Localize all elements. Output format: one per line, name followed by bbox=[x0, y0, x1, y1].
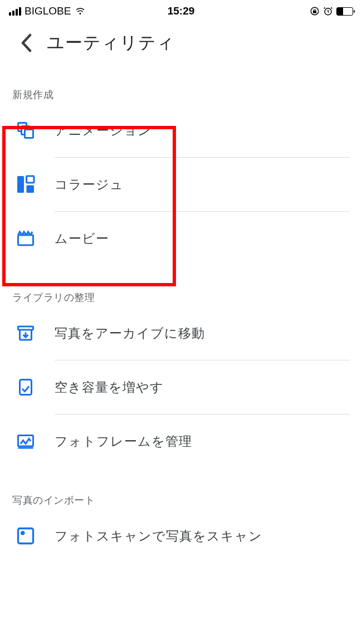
svg-rect-7 bbox=[27, 176, 35, 183]
svg-rect-10 bbox=[18, 326, 33, 330]
item-photoframe[interactable]: フォトフレームを管理 bbox=[0, 414, 362, 468]
item-label: フォトスキャンで写真をスキャン bbox=[55, 528, 262, 545]
section-label-organize: ライブラリの整理 bbox=[0, 265, 362, 306]
photoscan-icon bbox=[16, 526, 36, 546]
svg-rect-1 bbox=[314, 11, 316, 13]
item-archive[interactable]: 写真をアーカイブに移動 bbox=[0, 306, 362, 360]
wifi-icon bbox=[74, 6, 86, 16]
battery-icon bbox=[336, 7, 353, 16]
carrier-label: BIGLOBE bbox=[25, 5, 71, 17]
photoframe-icon bbox=[16, 431, 36, 451]
animation-icon bbox=[16, 120, 36, 140]
page-title: ユーティリティ bbox=[47, 31, 175, 55]
signal-icon bbox=[9, 7, 21, 16]
svg-rect-5 bbox=[25, 130, 33, 138]
item-label: ムービー bbox=[55, 230, 109, 247]
orientation-lock-icon bbox=[310, 6, 320, 16]
item-animation[interactable]: アニメーション bbox=[0, 104, 362, 157]
svg-rect-8 bbox=[27, 186, 35, 193]
svg-point-14 bbox=[21, 531, 25, 535]
chevron-left-icon bbox=[21, 33, 32, 52]
back-button[interactable] bbox=[16, 32, 37, 53]
freeup-icon bbox=[16, 377, 36, 397]
item-movie[interactable]: ムービー bbox=[0, 212, 362, 265]
status-bar: BIGLOBE 15:29 bbox=[0, 0, 362, 20]
item-label: フォトフレームを管理 bbox=[55, 433, 192, 450]
svg-rect-6 bbox=[17, 176, 24, 193]
clock: 15:29 bbox=[168, 5, 195, 17]
svg-rect-11 bbox=[20, 380, 32, 395]
item-collage[interactable]: コラージュ bbox=[0, 158, 362, 211]
svg-rect-13 bbox=[18, 529, 33, 544]
movie-icon bbox=[16, 228, 36, 248]
item-label: アニメーション bbox=[55, 122, 151, 139]
section-label-import: 写真のインポート bbox=[0, 468, 362, 509]
item-label: 写真をアーカイブに移動 bbox=[55, 325, 205, 342]
svg-rect-9 bbox=[18, 235, 33, 245]
archive-icon bbox=[16, 323, 36, 343]
item-freeup[interactable]: 空き容量を増やす bbox=[0, 360, 362, 414]
item-label: 空き容量を増やす bbox=[55, 379, 164, 396]
page-header: ユーティリティ bbox=[0, 20, 362, 60]
section-label-create: 新規作成 bbox=[0, 60, 362, 104]
collage-icon bbox=[16, 174, 36, 194]
item-photoscan[interactable]: フォトスキャンで写真をスキャン bbox=[0, 509, 362, 563]
alarm-icon bbox=[323, 6, 333, 16]
item-label: コラージュ bbox=[55, 176, 124, 193]
